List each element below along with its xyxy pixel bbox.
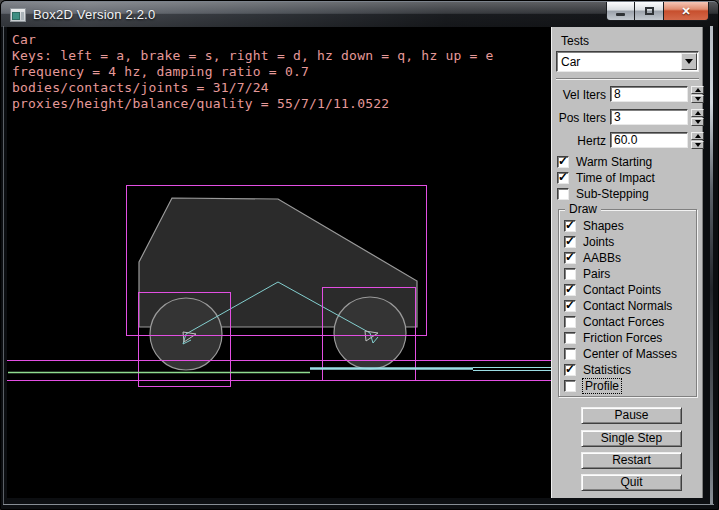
vel-iters-label: Vel Iters [552,88,606,102]
arrow-down-icon [695,143,701,147]
control-panel: Tests Car Vel Iters Pos Iters [551,27,703,498]
checkbox-box[interactable]: ✓ [564,348,576,360]
maximize-icon [645,7,654,15]
check-icon: ✓ [565,218,575,232]
checkbox-label: AABBs [583,251,621,265]
minimize-icon [616,13,625,16]
arrow-up-icon [695,88,701,92]
check-icon: ✓ [565,282,575,296]
vel-iters-row: Vel Iters [552,86,704,103]
check-icon: ✓ [565,234,575,248]
vel-iters-up-button[interactable] [691,86,704,94]
arrow-up-icon [695,134,701,138]
chevron-down-icon [685,59,693,64]
check-icon: ✓ [558,170,568,184]
arrow-up-icon [695,111,701,115]
arrow-down-icon [695,120,701,124]
pos-iters-label: Pos Iters [552,111,606,125]
bodies-stats-text: bodies/contacts/joints = 31/7/24 [12,80,494,96]
pos-iters-stepper [691,109,704,126]
checkbox-label: Profile [583,379,621,393]
checkbox-label: Contact Forces [583,315,664,329]
simulation-canvas[interactable]: Car Keys: left = a, brake = s, right = d… [7,27,551,498]
checkbox-label: Sub-Stepping [576,187,649,201]
checkbox-box[interactable]: ✓ [564,220,576,232]
keys-help-text: Keys: left = a, brake = s, right = d, hz… [12,48,494,64]
window-frame-bottom [3,504,714,505]
pos-iters-input[interactable] [610,109,688,125]
window-frame-right [710,26,713,505]
close-button[interactable]: ✕ [663,2,709,21]
checkbox-label: Statistics [583,363,631,377]
minimize-button[interactable] [606,2,635,21]
check-icon: ✓ [558,154,568,168]
tests-label: Tests [561,34,589,48]
close-icon: ✕ [681,5,690,18]
pause-button[interactable]: Pause [581,407,682,424]
checkbox-box[interactable]: ✓ [564,236,576,248]
checkbox-box[interactable]: ✓ [564,268,576,280]
proxies-stats-text: proxies/height/balance/quality = 55/7/1/… [12,96,494,112]
checkbox-box[interactable]: ✓ [557,172,569,184]
window-title: Box2D Version 2.2.0 [33,7,155,22]
tests-dropdown-button[interactable] [681,53,697,70]
quit-button[interactable]: Quit [581,474,682,491]
checkbox-box[interactable]: ✓ [564,332,576,344]
checkbox-box[interactable]: ✓ [557,156,569,168]
tests-dropdown-value: Car [561,55,580,69]
app-icon-teal-pane [12,12,20,20]
stats-text: Car Keys: left = a, brake = s, right = d… [12,32,494,112]
hertz-up-button[interactable] [691,132,704,140]
ground-overlay [310,368,551,371]
vel-iters-input[interactable] [610,86,688,102]
separator [556,78,699,80]
client-area: Car Keys: left = a, brake = s, right = d… [7,27,703,498]
check-icon: ✓ [565,362,575,376]
checkbox-box[interactable]: ✓ [564,316,576,328]
vel-iters-stepper [691,86,704,103]
checkbox-label: Shapes [583,219,624,233]
checkbox-label: Pairs [583,267,610,281]
test-name-text: Car [12,32,494,48]
hertz-input[interactable] [610,132,688,148]
checkbox-label: Friction Forces [583,331,662,345]
draw-group: Draw ✓ Shapes ✓ Joints ✓ AABBs ✓ Pairs [558,209,697,397]
hertz-down-button[interactable] [691,141,704,149]
hertz-stepper [691,132,704,149]
checkbox-box[interactable]: ✓ [564,364,576,376]
hertz-row: Hertz [552,132,704,149]
checkbox-label: Center of Masses [583,347,677,361]
draw-group-title: Draw [565,202,601,216]
checkbox-label: Time of Impact [576,171,655,185]
app-icon-strip [21,12,24,20]
pos-iters-down-button[interactable] [691,118,704,126]
checkbox-label: Contact Points [583,283,661,297]
app-icon [10,8,26,22]
pos-iters-row: Pos Iters [552,109,704,126]
vel-iters-down-button[interactable] [691,95,704,103]
app-window: Box2D Version 2.2.0 ✕ [0,0,719,510]
window-controls: ✕ [606,2,709,21]
checkbox-box[interactable]: ✓ [564,300,576,312]
titlebar[interactable]: Box2D Version 2.2.0 ✕ [1,1,718,27]
check-icon: ✓ [565,250,575,264]
checkbox-box[interactable]: ✓ [564,284,576,296]
pos-iters-up-button[interactable] [691,109,704,117]
frequency-text: frequency = 4 hz, damping ratio = 0.7 [12,64,494,80]
checkbox-label: Contact Normals [583,299,672,313]
checkbox-label: Joints [583,235,614,249]
tests-dropdown[interactable]: Car [556,51,699,72]
single-step-button[interactable]: Single Step [581,430,682,447]
checkbox-box[interactable]: ✓ [557,188,569,200]
checkbox-box[interactable]: ✓ [564,252,576,264]
window-frame-left [3,26,4,505]
hertz-label: Hertz [552,134,606,148]
check-icon: ✓ [565,298,575,312]
checkbox-label: Warm Starting [576,155,652,169]
maximize-button[interactable] [635,2,663,21]
restart-button[interactable]: Restart [581,452,682,469]
bodies [139,198,417,370]
checkbox-box[interactable]: ✓ [564,380,576,392]
arrow-down-icon [695,97,701,101]
